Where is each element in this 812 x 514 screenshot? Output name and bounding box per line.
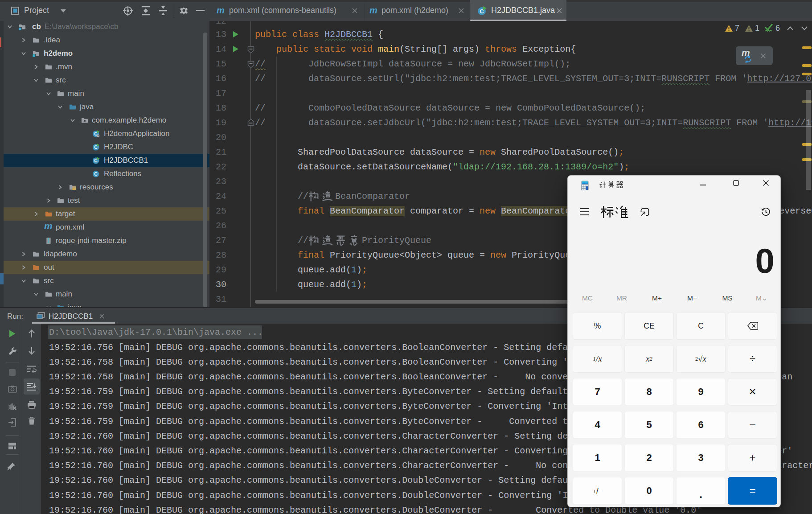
svg-text:C: C [94, 171, 98, 177]
